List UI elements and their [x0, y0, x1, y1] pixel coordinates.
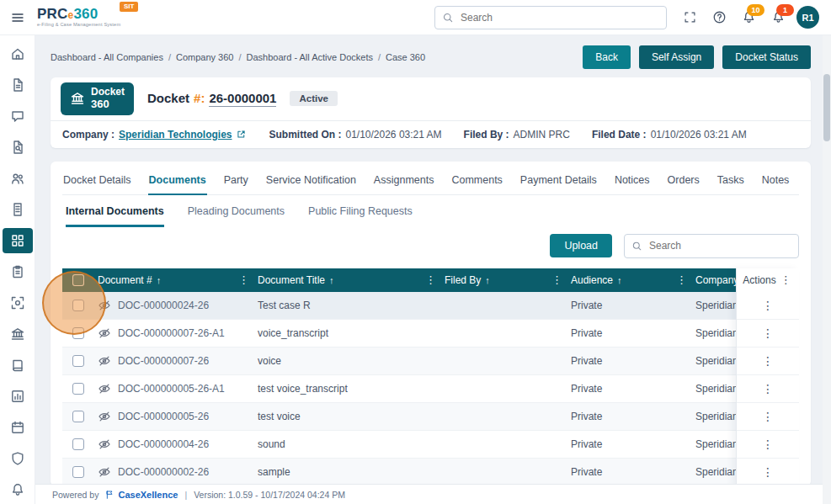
- row-actions-menu-button[interactable]: ⋮: [757, 437, 779, 452]
- breadcrumb-item[interactable]: Company 360: [176, 52, 234, 62]
- sidebar-item-grid[interactable]: [3, 228, 33, 253]
- row-checkbox[interactable]: [72, 438, 84, 450]
- logo-360: 360: [73, 7, 98, 21]
- hamburger-menu-button[interactable]: [0, 10, 35, 25]
- sidebar-item-home[interactable]: [3, 41, 33, 66]
- scrollbar-thumb[interactable]: [823, 74, 830, 141]
- sort-arrow-icon[interactable]: ↑: [617, 275, 622, 285]
- cell-title: Test case R: [254, 300, 441, 311]
- casexellence-brand[interactable]: CaseXellence: [105, 490, 178, 500]
- global-search-input[interactable]: [459, 11, 659, 24]
- tab-assignments[interactable]: Assignments: [373, 167, 435, 194]
- sidebar-item-chart[interactable]: [3, 384, 33, 409]
- actions-column: Actions⋮⋮⋮⋮⋮⋮⋮⋮: [736, 268, 799, 485]
- self-assign-button[interactable]: Self Assign: [639, 45, 714, 69]
- chart-icon: [10, 389, 25, 404]
- row-checkbox[interactable]: [72, 411, 84, 422]
- docket-title-hash: #:: [194, 91, 205, 105]
- notifications-button[interactable]: 10: [738, 7, 759, 29]
- bell-icon: [10, 482, 25, 497]
- row-checkbox[interactable]: [72, 300, 84, 311]
- row-actions-menu-button[interactable]: ⋮: [757, 464, 779, 480]
- docket-status-badge: Active: [290, 91, 338, 106]
- alerts-button[interactable]: 1: [767, 7, 789, 29]
- sidebar-item-chat[interactable]: [3, 103, 33, 129]
- column-menu-icon[interactable]: ⋮: [423, 274, 438, 285]
- sidebar-item-document-search[interactable]: [3, 135, 33, 160]
- tab-party[interactable]: Party: [223, 167, 249, 194]
- sort-arrow-icon[interactable]: ↑: [157, 275, 162, 285]
- tab-documents[interactable]: Documents: [148, 167, 207, 195]
- table-row[interactable]: DOC-000000007-26-A1voice_transcriptPriva…: [62, 320, 799, 347]
- sidebar-item-file[interactable]: [3, 197, 33, 222]
- select-all-checkbox[interactable]: [72, 274, 84, 286]
- user-avatar[interactable]: R1: [796, 6, 819, 29]
- column-menu-icon[interactable]: ⋮: [779, 274, 793, 285]
- sidebar-item-scan[interactable]: [3, 290, 33, 316]
- column-label: Audience: [571, 274, 613, 286]
- filed-by-label: Filed By :: [464, 129, 509, 141]
- row-actions-menu-button[interactable]: ⋮: [757, 353, 779, 369]
- table-row[interactable]: DOC-000000024-26Test case RPrivateSperid…: [62, 292, 799, 320]
- sidebar-item-shield[interactable]: [3, 446, 33, 471]
- sidebar-item-bank[interactable]: [3, 321, 33, 347]
- subtab-pleading-documents[interactable]: Pleading Documents: [188, 205, 285, 227]
- sort-arrow-icon[interactable]: ↑: [329, 275, 334, 285]
- breadcrumb: Dashboard - All Companies/Company 360/Da…: [51, 52, 425, 62]
- filed-by-value: ADMIN PRC: [514, 129, 570, 141]
- row-actions-menu-button[interactable]: ⋮: [757, 326, 779, 341]
- tab-docket-details[interactable]: Docket Details: [62, 167, 132, 194]
- row-actions-cell: ⋮: [737, 347, 799, 375]
- table-row[interactable]: DOC-000000005-26test voicePrivateSperidi…: [62, 403, 799, 431]
- table-row[interactable]: DOC-000000005-26-A1test voice_transcript…: [62, 375, 799, 403]
- sidebar-item-book[interactable]: [3, 353, 33, 378]
- row-checkbox[interactable]: [72, 327, 84, 339]
- docket-badge-label: Docket: [91, 87, 125, 98]
- subtab-public-filing-requests[interactable]: Public Filing Requests: [308, 205, 413, 227]
- row-actions-menu-button[interactable]: ⋮: [757, 381, 779, 396]
- tab-service-notification[interactable]: Service Notification: [265, 167, 357, 194]
- upload-button[interactable]: Upload: [550, 234, 612, 257]
- app-logo[interactable]: PRCe360 e-Filing & Case Management Syste…: [37, 7, 120, 28]
- sort-arrow-icon[interactable]: ↑: [485, 275, 490, 285]
- tab-payment-details[interactable]: Payment Details: [519, 167, 598, 194]
- row-checkbox-cell: [62, 355, 94, 367]
- row-actions-menu-button[interactable]: ⋮: [757, 298, 779, 313]
- row-checkbox[interactable]: [72, 466, 84, 478]
- row-checkbox[interactable]: [72, 355, 84, 367]
- sidebar-item-document[interactable]: [3, 72, 33, 98]
- tab-notices[interactable]: Notices: [614, 167, 651, 194]
- subtab-internal-documents[interactable]: Internal Documents: [66, 205, 164, 227]
- help-button[interactable]: [708, 7, 730, 29]
- sidebar-item-calendar[interactable]: [3, 415, 33, 440]
- column-label: Document Title: [258, 274, 325, 286]
- breadcrumb-item[interactable]: Dashboard - All Active Dockets: [247, 52, 373, 62]
- row-checkbox[interactable]: [72, 383, 84, 395]
- docket-badge-number: 360: [91, 98, 125, 111]
- column-menu-icon[interactable]: ⋮: [674, 274, 689, 285]
- docket-status-button[interactable]: Docket Status: [722, 45, 811, 69]
- row-actions-menu-button[interactable]: ⋮: [757, 409, 779, 424]
- tab-comments[interactable]: Comments: [450, 167, 503, 194]
- table-row[interactable]: DOC-000000002-26samplePrivateSperidian: [62, 459, 799, 485]
- sidebar-item-users[interactable]: [3, 166, 33, 191]
- fullscreen-button[interactable]: [679, 7, 700, 29]
- docket-summary-card: Docket 360 Docket #: 26-0000001 Active C…: [51, 77, 811, 148]
- vertical-scrollbar[interactable]: [823, 34, 831, 504]
- company-link[interactable]: Speridian Technologies: [119, 129, 247, 141]
- tab-tasks[interactable]: Tasks: [716, 167, 745, 194]
- global-search: [434, 6, 667, 29]
- expand-icon: [684, 11, 696, 24]
- sidebar-item-clipboard[interactable]: [3, 259, 33, 284]
- table-search-input[interactable]: [647, 239, 791, 252]
- table-row[interactable]: DOC-000000004-26soundPrivateSperidian: [62, 431, 799, 459]
- logo-tagline: e-Filing & Case Management System: [37, 23, 120, 28]
- tab-notes[interactable]: Notes: [761, 167, 791, 194]
- tab-orders[interactable]: Orders: [667, 167, 700, 194]
- column-menu-icon[interactable]: ⋮: [237, 274, 251, 285]
- breadcrumb-item[interactable]: Dashboard - All Companies: [51, 52, 163, 62]
- table-row[interactable]: DOC-000000007-26voicePrivateSperidian: [62, 347, 799, 375]
- sidebar-item-bell[interactable]: [3, 477, 33, 502]
- column-menu-icon[interactable]: ⋮: [550, 274, 564, 285]
- back-button[interactable]: Back: [583, 45, 631, 69]
